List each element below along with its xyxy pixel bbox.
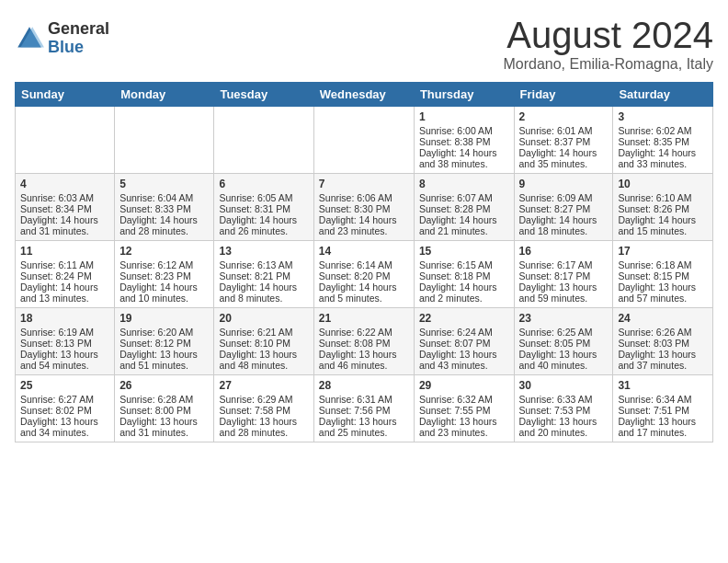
day-info: Sunrise: 6:14 AM [319, 259, 409, 270]
day-number: 27 [219, 379, 308, 392]
table-row: 10Sunrise: 6:10 AMSunset: 8:26 PMDayligh… [613, 174, 713, 241]
table-row [115, 107, 214, 174]
month-title: August 2024 [503, 15, 713, 56]
table-row: 21Sunrise: 6:22 AMSunset: 8:08 PMDayligh… [313, 308, 414, 375]
day-info: Sunrise: 6:07 AM [419, 192, 509, 203]
day-info: Daylight: 14 hours [219, 214, 308, 225]
day-number: 22 [419, 312, 509, 325]
day-info: Daylight: 14 hours [119, 214, 209, 225]
day-info: and 59 minutes. [519, 293, 609, 304]
table-row [214, 107, 313, 174]
table-row: 3Sunrise: 6:02 AMSunset: 8:35 PMDaylight… [613, 107, 713, 174]
table-row: 28Sunrise: 6:31 AMSunset: 7:56 PMDayligh… [313, 375, 414, 442]
day-info: Daylight: 13 hours [519, 349, 609, 360]
day-info: Sunset: 8:26 PM [618, 203, 708, 214]
day-info: Daylight: 13 hours [20, 349, 109, 360]
day-info: Sunset: 8:33 PM [119, 203, 209, 214]
day-info: Sunrise: 6:05 AM [219, 192, 308, 203]
day-info: Daylight: 13 hours [119, 349, 209, 360]
table-row: 4Sunrise: 6:03 AMSunset: 8:34 PMDaylight… [16, 174, 115, 241]
day-info: Sunset: 8:03 PM [618, 338, 708, 349]
day-info: Sunrise: 6:03 AM [20, 192, 109, 203]
day-info: Daylight: 13 hours [20, 416, 109, 427]
day-info: Sunrise: 6:06 AM [319, 192, 409, 203]
col-friday: Friday [514, 83, 613, 107]
day-info: Sunrise: 6:04 AM [119, 192, 209, 203]
day-info: and 13 minutes. [20, 293, 109, 304]
day-info: Sunset: 7:55 PM [419, 405, 509, 416]
day-info: Sunset: 8:30 PM [319, 203, 409, 214]
logo-icon [15, 24, 44, 53]
col-wednesday: Wednesday [313, 83, 414, 107]
day-info: Sunset: 8:34 PM [20, 203, 109, 214]
day-info: and 8 minutes. [219, 293, 308, 304]
logo: General Blue [15, 20, 109, 57]
day-number: 16 [519, 245, 609, 258]
col-tuesday: Tuesday [214, 83, 313, 107]
day-info: Sunset: 8:18 PM [419, 270, 509, 282]
day-info: Daylight: 13 hours [519, 416, 609, 427]
day-info: Daylight: 14 hours [419, 282, 509, 293]
day-info: and 28 minutes. [219, 427, 308, 438]
day-info: Daylight: 13 hours [519, 282, 609, 293]
day-info: Sunrise: 6:31 AM [319, 394, 409, 405]
day-info: Sunrise: 6:00 AM [419, 125, 509, 136]
day-number: 15 [419, 245, 509, 258]
table-row: 27Sunrise: 6:29 AMSunset: 7:58 PMDayligh… [214, 375, 313, 442]
day-info: Sunset: 8:28 PM [419, 203, 509, 214]
day-info: Sunrise: 6:25 AM [519, 327, 609, 338]
table-row: 12Sunrise: 6:12 AMSunset: 8:23 PMDayligh… [115, 241, 214, 308]
day-info: and 15 minutes. [618, 225, 708, 236]
day-info: Daylight: 14 hours [319, 214, 409, 225]
page-header: General Blue August 2024 Mordano, Emilia… [15, 15, 713, 73]
table-row: 9Sunrise: 6:09 AMSunset: 8:27 PMDaylight… [514, 174, 613, 241]
day-info: Sunrise: 6:28 AM [119, 394, 209, 405]
table-row: 6Sunrise: 6:05 AMSunset: 8:31 PMDaylight… [214, 174, 313, 241]
day-info: Sunrise: 6:22 AM [319, 327, 409, 338]
day-info: Sunset: 8:08 PM [319, 338, 409, 349]
day-info: Daylight: 14 hours [20, 282, 109, 293]
day-number: 8 [419, 178, 509, 190]
day-number: 23 [519, 312, 609, 325]
table-row: 29Sunrise: 6:32 AMSunset: 7:55 PMDayligh… [414, 375, 514, 442]
day-info: Daylight: 13 hours [618, 282, 708, 293]
day-info: Sunset: 8:21 PM [219, 270, 308, 282]
table-row: 1Sunrise: 6:00 AMSunset: 8:38 PMDaylight… [414, 107, 514, 174]
day-info: Daylight: 13 hours [319, 416, 409, 427]
day-info: Sunrise: 6:18 AM [618, 259, 708, 270]
table-row: 20Sunrise: 6:21 AMSunset: 8:10 PMDayligh… [214, 308, 313, 375]
day-number: 30 [519, 379, 609, 392]
calendar-week-row: 11Sunrise: 6:11 AMSunset: 8:24 PMDayligh… [16, 241, 713, 308]
table-row: 7Sunrise: 6:06 AMSunset: 8:30 PMDaylight… [313, 174, 414, 241]
day-number: 29 [419, 379, 509, 392]
day-info: Daylight: 14 hours [618, 214, 708, 225]
day-info: and 37 minutes. [618, 360, 708, 371]
day-info: Sunrise: 6:17 AM [519, 259, 609, 270]
day-info: Sunset: 8:23 PM [119, 270, 209, 282]
day-info: and 35 minutes. [519, 158, 609, 169]
day-info: Daylight: 13 hours [219, 349, 308, 360]
calendar-week-row: 4Sunrise: 6:03 AMSunset: 8:34 PMDaylight… [16, 174, 713, 241]
day-info: Sunrise: 6:15 AM [419, 259, 509, 270]
day-info: and 21 minutes. [419, 225, 509, 236]
table-row: 25Sunrise: 6:27 AMSunset: 8:02 PMDayligh… [16, 375, 115, 442]
day-info: and 2 minutes. [419, 293, 509, 304]
day-info: and 40 minutes. [519, 360, 609, 371]
day-info: Daylight: 14 hours [419, 214, 509, 225]
day-info: Daylight: 13 hours [219, 416, 308, 427]
day-info: Daylight: 13 hours [618, 416, 708, 427]
table-row: 5Sunrise: 6:04 AMSunset: 8:33 PMDaylight… [115, 174, 214, 241]
day-info: Sunset: 7:58 PM [219, 405, 308, 416]
day-info: and 10 minutes. [119, 293, 209, 304]
day-info: Sunset: 8:05 PM [519, 338, 609, 349]
day-info: Sunrise: 6:34 AM [618, 394, 708, 405]
day-info: and 31 minutes. [20, 225, 109, 236]
day-info: and 43 minutes. [419, 360, 509, 371]
day-info: Daylight: 13 hours [119, 416, 209, 427]
calendar-week-row: 18Sunrise: 6:19 AMSunset: 8:13 PMDayligh… [16, 308, 713, 375]
location-title: Mordano, Emilia-Romagna, Italy [503, 56, 713, 73]
col-thursday: Thursday [414, 83, 514, 107]
table-row: 31Sunrise: 6:34 AMSunset: 7:51 PMDayligh… [613, 375, 713, 442]
day-info: Sunrise: 6:29 AM [219, 394, 308, 405]
day-info: Daylight: 13 hours [618, 349, 708, 360]
